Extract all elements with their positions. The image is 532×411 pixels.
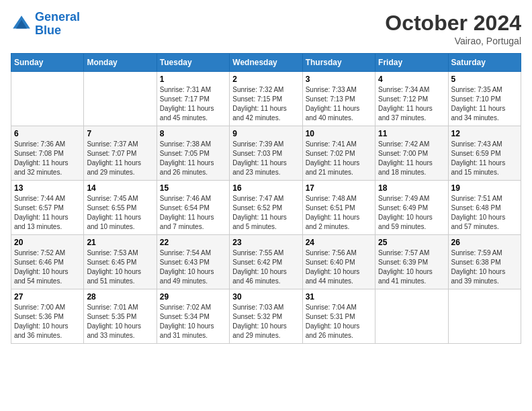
calendar-cell: 13Sunrise: 7:44 AMSunset: 6:57 PMDayligh…: [11, 181, 84, 235]
day-info: Sunrise: 7:45 AMSunset: 6:55 PMDaylight:…: [87, 194, 153, 232]
day-info: Sunrise: 7:34 AMSunset: 7:12 PMDaylight:…: [378, 85, 445, 123]
calendar-cell: 19Sunrise: 7:51 AMSunset: 6:48 PMDayligh…: [448, 181, 521, 235]
calendar-cell: 5Sunrise: 7:35 AMSunset: 7:10 PMDaylight…: [448, 72, 521, 126]
day-number: 1: [160, 75, 226, 84]
logo-text: General Blue: [35, 11, 80, 38]
day-info: Sunrise: 7:48 AMSunset: 6:51 PMDaylight:…: [306, 194, 372, 232]
day-info: Sunrise: 7:02 AMSunset: 5:34 PMDaylight:…: [160, 303, 226, 340]
location: Vairao, Portugal: [385, 36, 521, 46]
calendar-cell: 6Sunrise: 7:36 AMSunset: 7:08 PMDaylight…: [11, 126, 84, 181]
day-number: 14: [87, 183, 153, 193]
day-info: Sunrise: 7:51 AMSunset: 6:48 PMDaylight:…: [451, 194, 518, 232]
calendar-cell: 8Sunrise: 7:38 AMSunset: 7:05 PMDaylight…: [157, 126, 229, 181]
day-number: 22: [160, 238, 226, 247]
day-info: Sunrise: 7:56 AMSunset: 6:40 PMDaylight:…: [306, 248, 372, 286]
weekday-header: Thursday: [302, 54, 375, 72]
calendar-cell: 24Sunrise: 7:56 AMSunset: 6:40 PMDayligh…: [302, 235, 375, 289]
day-info: Sunrise: 7:55 AMSunset: 6:42 PMDaylight:…: [232, 248, 299, 286]
logo-line2: Blue: [35, 24, 61, 37]
day-number: 10: [306, 129, 372, 138]
day-number: 24: [306, 238, 372, 247]
day-number: 21: [87, 238, 153, 247]
calendar-cell: 26Sunrise: 7:59 AMSunset: 6:38 PMDayligh…: [448, 235, 521, 289]
day-info: Sunrise: 7:41 AMSunset: 7:02 PMDaylight:…: [306, 140, 372, 177]
page-header: General Blue October 2024 Vairao, Portug…: [11, 11, 521, 46]
calendar-cell: 3Sunrise: 7:33 AMSunset: 7:13 PMDaylight…: [302, 72, 375, 126]
day-info: Sunrise: 7:42 AMSunset: 7:00 PMDaylight:…: [378, 140, 445, 177]
day-number: 17: [306, 183, 372, 193]
day-number: 4: [378, 75, 445, 84]
calendar-cell: 1Sunrise: 7:31 AMSunset: 7:17 PMDaylight…: [157, 72, 229, 126]
calendar-cell: 18Sunrise: 7:49 AMSunset: 6:49 PMDayligh…: [375, 181, 448, 235]
day-number: 3: [306, 75, 372, 84]
calendar-cell: 7Sunrise: 7:37 AMSunset: 7:07 PMDaylight…: [84, 126, 157, 181]
day-info: Sunrise: 7:49 AMSunset: 6:49 PMDaylight:…: [378, 194, 445, 232]
day-info: Sunrise: 7:59 AMSunset: 6:38 PMDaylight:…: [451, 248, 518, 286]
day-info: Sunrise: 7:32 AMSunset: 7:15 PMDaylight:…: [232, 85, 299, 123]
logo: General Blue: [11, 11, 80, 38]
calendar-table: SundayMondayTuesdayWednesdayThursdayFrid…: [11, 53, 521, 344]
day-info: Sunrise: 7:39 AMSunset: 7:03 PMDaylight:…: [232, 140, 299, 177]
calendar-week-row: 13Sunrise: 7:44 AMSunset: 6:57 PMDayligh…: [11, 181, 521, 235]
calendar-week-row: 1Sunrise: 7:31 AMSunset: 7:17 PMDaylight…: [11, 72, 521, 126]
calendar-cell: 14Sunrise: 7:45 AMSunset: 6:55 PMDayligh…: [84, 181, 157, 235]
day-info: Sunrise: 7:35 AMSunset: 7:10 PMDaylight:…: [451, 85, 518, 123]
weekday-header: Wednesday: [230, 54, 302, 72]
month-title: October 2024: [385, 11, 521, 36]
day-number: 2: [232, 75, 299, 84]
calendar-cell: 12Sunrise: 7:43 AMSunset: 6:59 PMDayligh…: [448, 126, 521, 181]
day-info: Sunrise: 7:52 AMSunset: 6:46 PMDaylight:…: [14, 248, 81, 286]
calendar-cell: 2Sunrise: 7:32 AMSunset: 7:15 PMDaylight…: [230, 72, 302, 126]
calendar-cell: 28Sunrise: 7:01 AMSunset: 5:35 PMDayligh…: [84, 289, 157, 344]
weekday-header: Monday: [84, 54, 157, 72]
calendar-cell: [84, 72, 157, 126]
calendar-cell: [11, 72, 84, 126]
day-number: 23: [232, 238, 299, 247]
day-number: 5: [451, 75, 518, 84]
day-number: 13: [14, 183, 81, 193]
day-number: 20: [14, 238, 81, 247]
day-info: Sunrise: 7:01 AMSunset: 5:35 PMDaylight:…: [87, 303, 153, 340]
calendar-week-row: 6Sunrise: 7:36 AMSunset: 7:08 PMDaylight…: [11, 126, 521, 181]
day-number: 26: [451, 238, 518, 247]
calendar-cell: 21Sunrise: 7:53 AMSunset: 6:45 PMDayligh…: [84, 235, 157, 289]
day-number: 12: [451, 129, 518, 138]
logo-icon: [11, 13, 32, 35]
calendar-cell: 10Sunrise: 7:41 AMSunset: 7:02 PMDayligh…: [302, 126, 375, 181]
day-info: Sunrise: 7:43 AMSunset: 6:59 PMDaylight:…: [451, 140, 518, 177]
day-number: 30: [232, 292, 299, 302]
calendar-cell: 16Sunrise: 7:47 AMSunset: 6:52 PMDayligh…: [230, 181, 302, 235]
weekday-header: Friday: [375, 54, 448, 72]
day-number: 27: [14, 292, 81, 302]
day-number: 28: [87, 292, 153, 302]
calendar-cell: 31Sunrise: 7:04 AMSunset: 5:31 PMDayligh…: [302, 289, 375, 344]
day-number: 11: [378, 129, 445, 138]
day-info: Sunrise: 7:54 AMSunset: 6:43 PMDaylight:…: [160, 248, 226, 286]
day-info: Sunrise: 7:47 AMSunset: 6:52 PMDaylight:…: [232, 194, 299, 232]
day-number: 25: [378, 238, 445, 247]
day-number: 15: [160, 183, 226, 193]
calendar-cell: 4Sunrise: 7:34 AMSunset: 7:12 PMDaylight…: [375, 72, 448, 126]
day-info: Sunrise: 7:44 AMSunset: 6:57 PMDaylight:…: [14, 194, 81, 232]
day-info: Sunrise: 7:38 AMSunset: 7:05 PMDaylight:…: [160, 140, 226, 177]
logo-line1: General: [35, 10, 80, 24]
calendar-cell: 23Sunrise: 7:55 AMSunset: 6:42 PMDayligh…: [230, 235, 302, 289]
day-info: Sunrise: 7:57 AMSunset: 6:39 PMDaylight:…: [378, 248, 445, 286]
day-info: Sunrise: 7:03 AMSunset: 5:32 PMDaylight:…: [232, 303, 299, 340]
calendar-cell: 9Sunrise: 7:39 AMSunset: 7:03 PMDaylight…: [230, 126, 302, 181]
day-info: Sunrise: 7:36 AMSunset: 7:08 PMDaylight:…: [14, 140, 81, 177]
day-number: 29: [160, 292, 226, 302]
calendar-cell: 30Sunrise: 7:03 AMSunset: 5:32 PMDayligh…: [230, 289, 302, 344]
day-info: Sunrise: 7:33 AMSunset: 7:13 PMDaylight:…: [306, 85, 372, 123]
calendar-cell: 11Sunrise: 7:42 AMSunset: 7:00 PMDayligh…: [375, 126, 448, 181]
day-number: 6: [14, 129, 81, 138]
day-info: Sunrise: 7:46 AMSunset: 6:54 PMDaylight:…: [160, 194, 226, 232]
weekday-header: Tuesday: [157, 54, 229, 72]
calendar-cell: 15Sunrise: 7:46 AMSunset: 6:54 PMDayligh…: [157, 181, 229, 235]
day-info: Sunrise: 7:00 AMSunset: 5:36 PMDaylight:…: [14, 303, 81, 340]
calendar-cell: [375, 289, 448, 344]
day-info: Sunrise: 7:37 AMSunset: 7:07 PMDaylight:…: [87, 140, 153, 177]
calendar-cell: 22Sunrise: 7:54 AMSunset: 6:43 PMDayligh…: [157, 235, 229, 289]
calendar-week-row: 27Sunrise: 7:00 AMSunset: 5:36 PMDayligh…: [11, 289, 521, 344]
day-number: 8: [160, 129, 226, 138]
